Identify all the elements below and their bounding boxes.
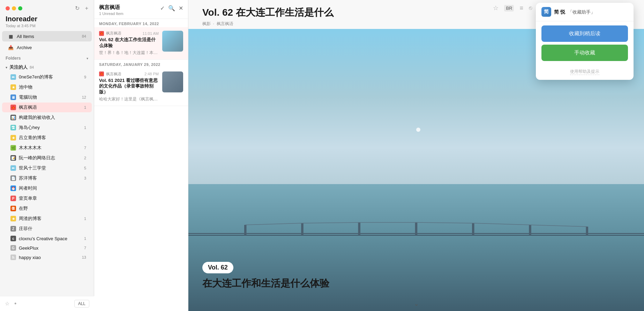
article-card-1[interactable]: 🍁 枫言枫语 11:01 AM Vol. 62 在大连工作生活是什么体验 世！界…	[94, 27, 188, 60]
source-favicon-1: 🍁	[99, 31, 104, 36]
article-excerpt-2: 哈哈大家好！这里是《枫言枫…	[99, 96, 159, 102]
feed-label: 吕立青的博客	[19, 135, 46, 141]
feed-label: 電腦玩物	[19, 94, 37, 100]
sidebar-feed-item[interactable]: ★ 吕立青的博客	[2, 133, 92, 143]
sidebar-feed-item[interactable]: ✏ 0neSe7en的博客 9	[2, 72, 92, 82]
sidebar-feed-item[interactable]: Z 庄菲什	[2, 224, 92, 234]
feed-favicon: ★	[10, 135, 16, 141]
feed-label: 在野	[19, 205, 28, 212]
all-items-icon: ▦	[8, 33, 14, 39]
share-toolbar-icon[interactable]: ⎋	[529, 5, 532, 11]
sidebar-feed-item[interactable]: 📝 阮一峰的网络日志 2	[2, 153, 92, 163]
feed-favicon: c	[10, 236, 16, 241]
sidebar-feed-item[interactable]: 📊 构建我的被动收入	[2, 113, 92, 122]
check-icon[interactable]: ✓	[160, 5, 165, 12]
feed-favicon: G	[10, 245, 16, 251]
archive-label: Archive	[17, 45, 32, 50]
article-thumb-2	[162, 71, 183, 92]
sub-section-label: 关注的人	[9, 64, 28, 70]
feed-favicon: 🌿	[10, 145, 16, 151]
jianyue-footer: 使用帮助及提示	[536, 65, 634, 80]
sidebar-feed-item[interactable]: 🍁 枫言枫语 1	[2, 103, 92, 112]
star-toolbar-icon[interactable]: ☆	[493, 4, 499, 12]
article-title-1: Vol. 62 在大连工作生活是什么体验	[99, 37, 159, 49]
middle-header: 枫言枫语 1 Unread Item ✓ 🔍 ✕	[94, 0, 188, 19]
sidebar-feed-item[interactable]: 傲 在野	[2, 204, 92, 213]
sidebar-header: ↻ +	[0, 0, 94, 14]
feed-list: ✏ 0neSe7en的博客 9 ★ 池中物 🖥 電腦玩物 12 🍁 枫言枫语 1	[0, 72, 94, 262]
feed-label: 木木木木木	[19, 145, 42, 151]
feed-label: 苏洋博客	[19, 175, 37, 181]
feed-label: 世风十三学堂	[19, 165, 46, 171]
sidebar-feed-item[interactable]: h happy xiao 13	[2, 253, 92, 262]
feed-count: 12	[82, 95, 86, 99]
sidebar-feed-item[interactable]: P 壹页单章	[2, 194, 92, 203]
sidebar-feed-item[interactable]: 🌿 木木木木木 7	[2, 143, 92, 153]
sidebar-feed-item[interactable]: c cloxnu's Creative Space 1	[2, 234, 92, 243]
maximize-button[interactable]	[18, 6, 22, 10]
middle-feed-title: 枫言枫语	[99, 4, 123, 11]
search-icon[interactable]: 🔍	[168, 5, 175, 12]
article-time-1: 11:01 AM	[143, 31, 159, 36]
feed-count: 7	[84, 246, 86, 250]
feed-label: 周渣的博客	[19, 215, 42, 222]
jianyue-app-name: 简 悦	[554, 9, 565, 15]
close-button[interactable]	[6, 6, 10, 10]
help-link[interactable]: 使用帮助及提示	[570, 69, 599, 75]
close-icon[interactable]: ✕	[179, 5, 183, 12]
traffic-lights	[6, 6, 22, 10]
article-image-overlay: Vol. 62 在大连工作和生活是什么体验	[202, 262, 329, 290]
svg-line-12	[416, 222, 473, 223]
feed-favicon: ✏	[10, 74, 16, 80]
archive-icon: 📥	[8, 44, 14, 51]
feed-favicon: ⏰	[10, 185, 16, 191]
feed-label: 海岛心hey	[19, 124, 40, 131]
feed-label: 构建我的被动收入	[19, 114, 55, 121]
folders-arrow-icon: ▾	[87, 56, 88, 60]
sidebar-feed-item[interactable]: ⏰ 闲者时间	[2, 183, 92, 193]
article-card-2[interactable]: 🍁 枫言枫语 2:48 PM Vol. 61 2021 看过哪些有意思的文化作品…	[94, 68, 188, 106]
sidebar-feed-item[interactable]: ✏ 世风十三学堂 5	[2, 163, 92, 173]
article-thumb-1	[162, 31, 183, 52]
sidebar-feed-item[interactable]: 📄 苏洋博客 3	[2, 173, 92, 183]
sidebar-feed-item[interactable]: ★ 周渣的博客 1	[2, 214, 92, 223]
sub-section-header[interactable]: ▾ 关注的人 84	[0, 62, 94, 72]
feed-count: 1	[84, 236, 86, 241]
save-to-readlater-button[interactable]: 收藏到稍后读	[541, 25, 628, 42]
feed-favicon: 🏝	[10, 125, 16, 130]
sidebar-item-archive[interactable]: 📥 Archive	[2, 42, 92, 53]
date-divider-2: SATURDAY, JANUARY 29, 2022	[94, 60, 188, 68]
minimize-button[interactable]	[12, 6, 16, 10]
date-divider-1: MONDAY, FEBRUARY 14, 2022	[94, 19, 188, 27]
sidebar-feed-item[interactable]: 🖥 電腦玩物 12	[2, 92, 92, 102]
feed-favicon: Z	[10, 226, 16, 232]
top-right-toolbar: ☆ BR ≡ ⎋	[493, 4, 532, 12]
user-initials-badge[interactable]: BR	[504, 5, 514, 12]
vol-badge: Vol. 62	[202, 262, 233, 273]
scroll-down-indicator[interactable]: ⌄	[414, 300, 419, 308]
feed-count: 1	[84, 126, 86, 130]
feed-favicon: 📝	[10, 155, 16, 161]
sidebar: ↻ + Inoreader Today at 3:45 PM ▦ All Ite…	[0, 0, 94, 311]
feed-favicon: ★	[10, 84, 16, 90]
refresh-icon[interactable]: ↻	[75, 5, 80, 12]
manual-save-button[interactable]: 手动收藏	[541, 45, 628, 61]
jianyue-app-icon: 简	[541, 7, 551, 17]
menu-toolbar-icon[interactable]: ≡	[519, 5, 523, 12]
feed-label: 闲者时间	[19, 185, 37, 191]
feed-count: 1	[84, 105, 86, 109]
article-excerpt-1: 世！界！各！地！大连篇！本期节目我们邀请到…	[99, 50, 159, 56]
folders-section-header[interactable]: Folders ▾	[0, 53, 94, 62]
feed-favicon: 🖥	[10, 94, 16, 100]
folders-label: Folders	[6, 56, 21, 61]
sidebar-feed-item[interactable]: G GeekPlux 7	[2, 243, 92, 252]
svg-line-10	[302, 222, 359, 223]
feed-count: 7	[84, 146, 86, 150]
article-title-2: Vol. 61 2021 看过哪些有意思的文化作品（录音事故特别版）	[99, 78, 159, 96]
sidebar-feed-item[interactable]: ★ 池中物	[2, 82, 92, 92]
add-icon[interactable]: +	[85, 5, 88, 12]
feed-favicon: 📄	[10, 175, 16, 181]
source-name-1: 枫言枫语	[106, 31, 121, 36]
sidebar-feed-item[interactable]: 🏝 海岛心hey 1	[2, 123, 92, 132]
sidebar-item-all-items[interactable]: ▦ All Items 84	[2, 31, 92, 41]
